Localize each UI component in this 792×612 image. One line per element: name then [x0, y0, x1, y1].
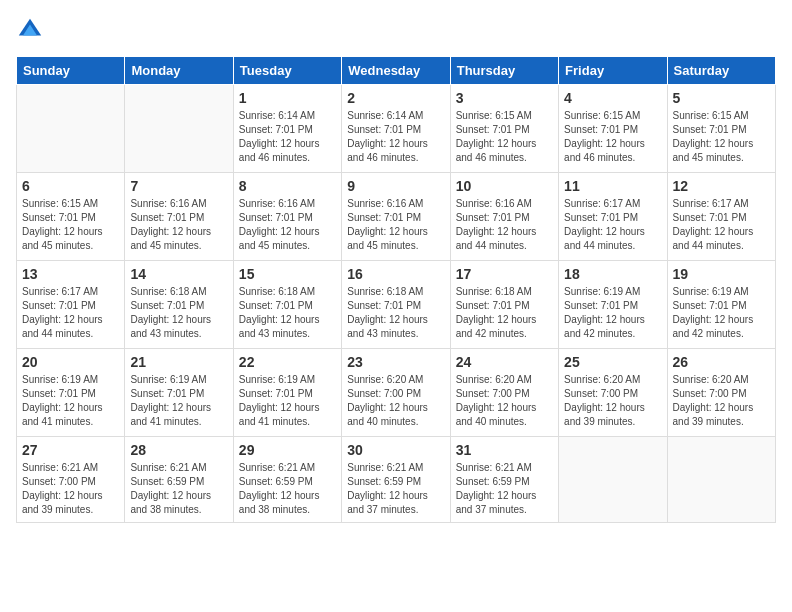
calendar-day-cell: 3Sunrise: 6:15 AM Sunset: 7:01 PM Daylig…	[450, 85, 558, 173]
day-info: Sunrise: 6:15 AM Sunset: 7:01 PM Dayligh…	[564, 109, 661, 165]
weekday-header: Monday	[125, 57, 233, 85]
day-info: Sunrise: 6:21 AM Sunset: 6:59 PM Dayligh…	[239, 461, 336, 517]
calendar-day-cell	[667, 437, 775, 523]
day-info: Sunrise: 6:14 AM Sunset: 7:01 PM Dayligh…	[347, 109, 444, 165]
calendar-day-cell: 29Sunrise: 6:21 AM Sunset: 6:59 PM Dayli…	[233, 437, 341, 523]
day-info: Sunrise: 6:15 AM Sunset: 7:01 PM Dayligh…	[456, 109, 553, 165]
day-info: Sunrise: 6:16 AM Sunset: 7:01 PM Dayligh…	[347, 197, 444, 253]
calendar-day-cell: 9Sunrise: 6:16 AM Sunset: 7:01 PM Daylig…	[342, 173, 450, 261]
day-info: Sunrise: 6:14 AM Sunset: 7:01 PM Dayligh…	[239, 109, 336, 165]
calendar-day-cell: 18Sunrise: 6:19 AM Sunset: 7:01 PM Dayli…	[559, 261, 667, 349]
calendar-day-cell: 17Sunrise: 6:18 AM Sunset: 7:01 PM Dayli…	[450, 261, 558, 349]
day-info: Sunrise: 6:21 AM Sunset: 6:59 PM Dayligh…	[456, 461, 553, 517]
day-number: 7	[130, 178, 227, 194]
calendar-day-cell: 28Sunrise: 6:21 AM Sunset: 6:59 PM Dayli…	[125, 437, 233, 523]
day-info: Sunrise: 6:20 AM Sunset: 7:00 PM Dayligh…	[564, 373, 661, 429]
day-number: 27	[22, 442, 119, 458]
day-number: 13	[22, 266, 119, 282]
day-info: Sunrise: 6:19 AM Sunset: 7:01 PM Dayligh…	[130, 373, 227, 429]
day-info: Sunrise: 6:16 AM Sunset: 7:01 PM Dayligh…	[456, 197, 553, 253]
day-info: Sunrise: 6:19 AM Sunset: 7:01 PM Dayligh…	[673, 285, 770, 341]
calendar-day-cell: 2Sunrise: 6:14 AM Sunset: 7:01 PM Daylig…	[342, 85, 450, 173]
day-number: 6	[22, 178, 119, 194]
day-info: Sunrise: 6:18 AM Sunset: 7:01 PM Dayligh…	[130, 285, 227, 341]
day-number: 14	[130, 266, 227, 282]
day-number: 18	[564, 266, 661, 282]
day-info: Sunrise: 6:15 AM Sunset: 7:01 PM Dayligh…	[673, 109, 770, 165]
day-number: 30	[347, 442, 444, 458]
day-number: 12	[673, 178, 770, 194]
weekday-header: Friday	[559, 57, 667, 85]
day-number: 23	[347, 354, 444, 370]
day-info: Sunrise: 6:20 AM Sunset: 7:00 PM Dayligh…	[673, 373, 770, 429]
day-number: 25	[564, 354, 661, 370]
calendar-day-cell: 23Sunrise: 6:20 AM Sunset: 7:00 PM Dayli…	[342, 349, 450, 437]
day-number: 19	[673, 266, 770, 282]
day-info: Sunrise: 6:16 AM Sunset: 7:01 PM Dayligh…	[239, 197, 336, 253]
calendar-day-cell: 4Sunrise: 6:15 AM Sunset: 7:01 PM Daylig…	[559, 85, 667, 173]
day-info: Sunrise: 6:18 AM Sunset: 7:01 PM Dayligh…	[239, 285, 336, 341]
day-number: 24	[456, 354, 553, 370]
weekday-header: Saturday	[667, 57, 775, 85]
calendar-day-cell	[125, 85, 233, 173]
day-info: Sunrise: 6:18 AM Sunset: 7:01 PM Dayligh…	[456, 285, 553, 341]
day-info: Sunrise: 6:16 AM Sunset: 7:01 PM Dayligh…	[130, 197, 227, 253]
day-info: Sunrise: 6:21 AM Sunset: 6:59 PM Dayligh…	[347, 461, 444, 517]
day-number: 31	[456, 442, 553, 458]
calendar-day-cell: 19Sunrise: 6:19 AM Sunset: 7:01 PM Dayli…	[667, 261, 775, 349]
day-number: 4	[564, 90, 661, 106]
calendar-day-cell: 26Sunrise: 6:20 AM Sunset: 7:00 PM Dayli…	[667, 349, 775, 437]
day-number: 3	[456, 90, 553, 106]
calendar-day-cell: 6Sunrise: 6:15 AM Sunset: 7:01 PM Daylig…	[17, 173, 125, 261]
day-info: Sunrise: 6:17 AM Sunset: 7:01 PM Dayligh…	[673, 197, 770, 253]
calendar-day-cell: 25Sunrise: 6:20 AM Sunset: 7:00 PM Dayli…	[559, 349, 667, 437]
calendar-day-cell: 1Sunrise: 6:14 AM Sunset: 7:01 PM Daylig…	[233, 85, 341, 173]
day-number: 1	[239, 90, 336, 106]
calendar-week-row: 20Sunrise: 6:19 AM Sunset: 7:01 PM Dayli…	[17, 349, 776, 437]
calendar-day-cell	[559, 437, 667, 523]
calendar-day-cell: 14Sunrise: 6:18 AM Sunset: 7:01 PM Dayli…	[125, 261, 233, 349]
calendar-week-row: 6Sunrise: 6:15 AM Sunset: 7:01 PM Daylig…	[17, 173, 776, 261]
calendar-day-cell: 12Sunrise: 6:17 AM Sunset: 7:01 PM Dayli…	[667, 173, 775, 261]
day-info: Sunrise: 6:18 AM Sunset: 7:01 PM Dayligh…	[347, 285, 444, 341]
weekday-header: Thursday	[450, 57, 558, 85]
calendar-week-row: 13Sunrise: 6:17 AM Sunset: 7:01 PM Dayli…	[17, 261, 776, 349]
day-number: 21	[130, 354, 227, 370]
day-info: Sunrise: 6:19 AM Sunset: 7:01 PM Dayligh…	[564, 285, 661, 341]
day-info: Sunrise: 6:15 AM Sunset: 7:01 PM Dayligh…	[22, 197, 119, 253]
day-number: 16	[347, 266, 444, 282]
weekday-header: Tuesday	[233, 57, 341, 85]
logo	[16, 16, 48, 44]
day-number: 15	[239, 266, 336, 282]
calendar-header-row: SundayMondayTuesdayWednesdayThursdayFrid…	[17, 57, 776, 85]
calendar-day-cell: 24Sunrise: 6:20 AM Sunset: 7:00 PM Dayli…	[450, 349, 558, 437]
day-info: Sunrise: 6:19 AM Sunset: 7:01 PM Dayligh…	[22, 373, 119, 429]
day-number: 29	[239, 442, 336, 458]
day-info: Sunrise: 6:21 AM Sunset: 6:59 PM Dayligh…	[130, 461, 227, 517]
weekday-header: Wednesday	[342, 57, 450, 85]
calendar-week-row: 1Sunrise: 6:14 AM Sunset: 7:01 PM Daylig…	[17, 85, 776, 173]
day-info: Sunrise: 6:20 AM Sunset: 7:00 PM Dayligh…	[456, 373, 553, 429]
day-number: 11	[564, 178, 661, 194]
day-number: 20	[22, 354, 119, 370]
day-number: 17	[456, 266, 553, 282]
day-number: 9	[347, 178, 444, 194]
day-number: 26	[673, 354, 770, 370]
calendar-day-cell: 20Sunrise: 6:19 AM Sunset: 7:01 PM Dayli…	[17, 349, 125, 437]
calendar-day-cell: 22Sunrise: 6:19 AM Sunset: 7:01 PM Dayli…	[233, 349, 341, 437]
calendar-day-cell: 30Sunrise: 6:21 AM Sunset: 6:59 PM Dayli…	[342, 437, 450, 523]
day-info: Sunrise: 6:19 AM Sunset: 7:01 PM Dayligh…	[239, 373, 336, 429]
calendar-day-cell: 15Sunrise: 6:18 AM Sunset: 7:01 PM Dayli…	[233, 261, 341, 349]
day-number: 8	[239, 178, 336, 194]
page-header	[16, 16, 776, 44]
calendar-day-cell: 13Sunrise: 6:17 AM Sunset: 7:01 PM Dayli…	[17, 261, 125, 349]
calendar-day-cell: 21Sunrise: 6:19 AM Sunset: 7:01 PM Dayli…	[125, 349, 233, 437]
day-number: 5	[673, 90, 770, 106]
day-number: 10	[456, 178, 553, 194]
calendar-week-row: 27Sunrise: 6:21 AM Sunset: 7:00 PM Dayli…	[17, 437, 776, 523]
day-info: Sunrise: 6:20 AM Sunset: 7:00 PM Dayligh…	[347, 373, 444, 429]
calendar-day-cell: 16Sunrise: 6:18 AM Sunset: 7:01 PM Dayli…	[342, 261, 450, 349]
day-number: 22	[239, 354, 336, 370]
calendar-day-cell: 11Sunrise: 6:17 AM Sunset: 7:01 PM Dayli…	[559, 173, 667, 261]
calendar-day-cell	[17, 85, 125, 173]
